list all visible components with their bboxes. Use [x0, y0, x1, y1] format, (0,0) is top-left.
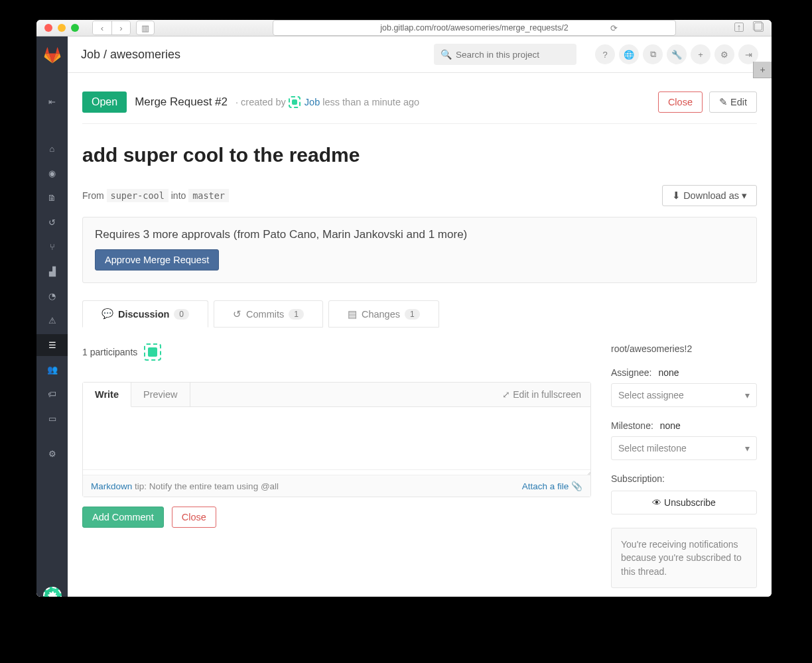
comment-actions: Add Comment Close	[82, 507, 591, 528]
globe-icon[interactable]: 🌐	[619, 44, 639, 64]
author-identicon-icon	[289, 96, 301, 108]
share-icon[interactable]: ↑	[734, 23, 744, 32]
gitlab-logo-icon[interactable]	[44, 47, 61, 68]
participants: 1 participants	[82, 343, 591, 361]
browser-window: ‹ › ▥ job.gitlap.com/root/awesomeries/me…	[36, 20, 772, 597]
assignee-select[interactable]: Select assignee ▾	[611, 383, 757, 407]
alert-icon[interactable]: ⚠	[36, 310, 68, 332]
tabs-icon[interactable]	[754, 23, 764, 34]
url-text: job.gitlap.com/root/awesomeries/merge_re…	[380, 23, 568, 32]
fullscreen-link[interactable]: ⤢ Edit in fullscreen	[493, 389, 590, 400]
preview-tab[interactable]: Preview	[131, 383, 190, 406]
traffic-lights	[44, 24, 79, 32]
resize-handle[interactable]	[83, 469, 590, 475]
milestone-value: none	[660, 420, 681, 431]
paperclip-icon: 📎	[571, 481, 582, 491]
status-badge: Open	[82, 91, 127, 113]
approval-box: Requires 3 more approvals (from Pato Can…	[82, 217, 757, 283]
edit-mr-button[interactable]: ✎ Edit	[709, 91, 757, 113]
new-tab-button[interactable]: +	[753, 62, 772, 78]
dashboard-icon[interactable]: ◉	[36, 162, 68, 184]
assignee-label: Assignee:	[611, 367, 651, 378]
search-input[interactable]	[456, 50, 570, 60]
forward-button[interactable]: ›	[111, 21, 130, 34]
url-bar[interactable]: job.gitlap.com/root/awesomeries/merge_re…	[273, 20, 676, 36]
approve-button[interactable]: Approve Merge Request	[95, 249, 219, 271]
reload-icon[interactable]: ⟳	[610, 23, 618, 33]
header-action-buttons: Close ✎ Edit	[658, 91, 757, 113]
assignee-block: Assignee: none Select assignee ▾	[611, 367, 757, 407]
unsubscribe-button[interactable]: 👁 Unsubscribe	[611, 491, 757, 514]
page: + ⇤ ⌂ ◉ 🗎 ↺ ⑂ ▟ ◔ ⚠ ☰ 👥 🏷 ▭ ⚙	[36, 36, 772, 597]
left-rail: ⇤ ⌂ ◉ 🗎 ↺ ⑂ ▟ ◔ ⚠ ☰ 👥 🏷 ▭ ⚙	[36, 36, 68, 597]
participant-avatar-icon[interactable]	[144, 343, 161, 361]
user-avatar[interactable]	[43, 587, 62, 597]
assignee-value: none	[658, 367, 679, 378]
comments-icon: 💬	[102, 308, 113, 320]
wiki-icon[interactable]: ▭	[36, 408, 68, 430]
attach-file-link[interactable]: Attach a file 📎	[522, 481, 582, 491]
subscription-block: Subscription: 👁 Unsubscribe	[611, 473, 757, 514]
mr-header: Open Merge Request #2 · created by Job l…	[82, 82, 757, 124]
collapse-icon[interactable]: ⇤	[36, 91, 68, 113]
caret-down-icon: ▾	[745, 443, 750, 453]
milestone-block: Milestone: none Select milestone ▾	[611, 420, 757, 460]
sidebar: root/awesomeries!2 Assignee: none Select…	[611, 343, 757, 588]
subscription-notice: You're receiving notifications because y…	[611, 528, 757, 588]
download-button[interactable]: ⬇ Download as ▾	[662, 185, 757, 206]
graph-icon[interactable]: ▟	[36, 261, 68, 282]
zoom-window-icon[interactable]	[71, 24, 79, 32]
copy-icon[interactable]: ⧉	[643, 44, 663, 64]
participants-label: 1 participants	[82, 347, 137, 357]
labels-icon[interactable]: 🏷	[36, 383, 68, 405]
breadcrumb[interactable]: Job / awesomeries	[81, 48, 180, 62]
markdown-link[interactable]: Markdown	[91, 481, 132, 491]
mr-reference: root/awesomeries!2	[611, 343, 757, 354]
created-meta: · created by Job less than a minute ago	[236, 96, 419, 108]
write-tab[interactable]: Write	[83, 383, 131, 407]
milestone-label: Milestone:	[611, 420, 653, 431]
discussion-count: 0	[174, 309, 189, 320]
mr-id: Merge Request #2	[135, 95, 228, 109]
branches-row: From super-cool into master ⬇ Download a…	[82, 185, 757, 217]
content: Job / awesomeries 🔍 ? 🌐 ⧉ 🔧 + ⚙ ⇥ O	[68, 36, 772, 597]
home-icon[interactable]: ⌂	[36, 138, 68, 160]
back-button[interactable]: ‹	[93, 21, 111, 34]
history-icon[interactable]: ↺	[36, 211, 68, 233]
files-icon[interactable]: 🗎	[36, 187, 68, 209]
project-search[interactable]: 🔍	[434, 44, 576, 65]
sidebar-toggle-button[interactable]: ▥	[136, 21, 155, 35]
target-branch: master	[188, 189, 229, 202]
subscription-label: Subscription:	[611, 473, 757, 484]
changes-count: 1	[405, 309, 420, 320]
tab-changes[interactable]: ▤ Changes 1	[328, 300, 439, 328]
comment-close-button[interactable]: Close	[172, 507, 216, 528]
pencil-icon: ✎	[719, 97, 728, 107]
plus-icon[interactable]: +	[691, 44, 710, 64]
tab-commits[interactable]: ↺ Commits 1	[214, 300, 323, 328]
settings-icon[interactable]: ⚙	[36, 443, 68, 465]
body: Open Merge Request #2 · created by Job l…	[68, 73, 772, 597]
branch-icon[interactable]: ⑂	[36, 236, 68, 258]
close-window-icon[interactable]	[44, 24, 52, 32]
gear-icon[interactable]: ⚙	[714, 44, 734, 64]
comment-textarea[interactable]	[83, 407, 590, 469]
merge-requests-icon[interactable]: ☰	[36, 334, 68, 356]
eye-icon: 👁	[652, 497, 664, 508]
author-link[interactable]: Job	[304, 97, 320, 107]
close-mr-button[interactable]: Close	[658, 91, 703, 113]
minimize-window-icon[interactable]	[58, 24, 66, 32]
milestone-select[interactable]: Select milestone ▾	[611, 436, 757, 460]
comment-box: Write Preview ⤢ Edit in fullscreen	[82, 382, 591, 497]
wrench-icon[interactable]: 🔧	[667, 44, 687, 64]
history-icon: ↺	[233, 309, 241, 320]
titlebar: ‹ › ▥ job.gitlap.com/root/awesomeries/me…	[36, 20, 772, 36]
members-icon[interactable]: 👥	[36, 359, 68, 381]
header-actions: ? 🌐 ⧉ 🔧 + ⚙ ⇥	[595, 44, 758, 64]
add-comment-button[interactable]: Add Comment	[82, 507, 164, 528]
help-icon[interactable]: ?	[595, 44, 615, 64]
clock-icon[interactable]: ◔	[36, 285, 68, 307]
download-icon: ⬇	[672, 190, 681, 201]
columns: 1 participants Write Preview ⤢ Edit in f…	[82, 343, 757, 588]
tab-discussion[interactable]: 💬 Discussion 0	[82, 300, 208, 328]
